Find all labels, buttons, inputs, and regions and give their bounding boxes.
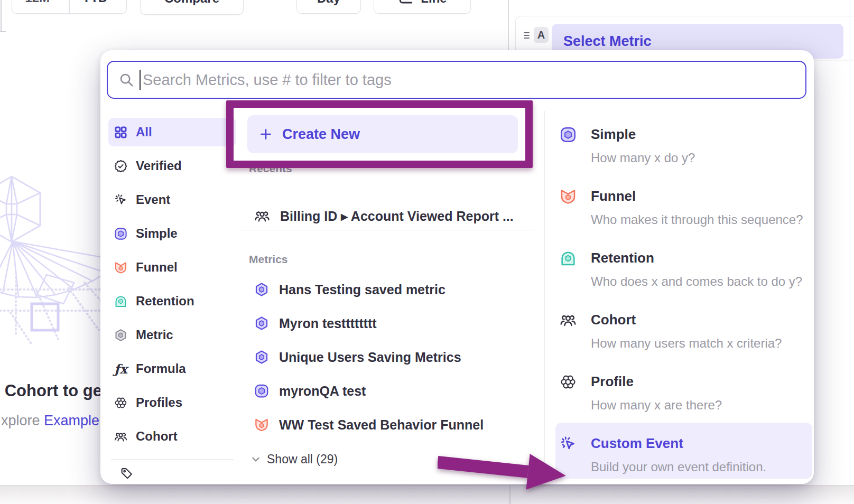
sidebar-item-formula[interactable]: ƒx Formula — [108, 354, 236, 383]
sidebar-item-label: Verified — [136, 158, 182, 173]
profiles-flower-icon — [114, 396, 128, 410]
retention-icon — [559, 249, 577, 267]
chart-type-label: Line — [421, 0, 447, 6]
sidebar-item-event[interactable]: Event — [108, 185, 236, 214]
panel-edge-line — [1, 0, 2, 32]
type-custom-event[interactable]: Custom Event — [591, 435, 683, 452]
date-range-control[interactable]: 12M YTD — [12, 0, 127, 14]
sidebar-item-cohort[interactable]: Cohort — [108, 422, 236, 451]
type-cohort-desc: How many users match x criteria? — [591, 336, 782, 351]
screen: 12M YTD Compare Day Line r Cohort — [0, 0, 854, 504]
sidebar-item-label: Cohort — [136, 429, 178, 444]
type-funnel-desc: Who makes it through this sequence? — [591, 212, 803, 227]
range-ytd-label: YTD — [82, 0, 107, 5]
metric-list-item[interactable]: WW Test Saved Behavior Funnel — [247, 411, 484, 438]
cohort-people-icon — [114, 430, 128, 444]
retention-icon — [114, 294, 128, 309]
select-metric-modal: All Verified Event Simple Funnel Retenti… — [100, 50, 814, 484]
simple-metric-icon — [559, 126, 577, 144]
recents-divider — [240, 230, 535, 230]
text-caret — [140, 70, 141, 90]
metric-item-label: WW Test Saved Behavior Funnel — [279, 417, 484, 433]
granularity-label: Day — [317, 0, 340, 6]
create-new-label: Create New — [282, 126, 360, 143]
heading-text: Cohort to ge — [5, 381, 102, 400]
sidebar-divider — [111, 459, 234, 460]
type-funnel[interactable]: Funnel — [591, 188, 636, 204]
sidebar-item-label: Formula — [136, 361, 186, 376]
sidebar-item-label: Simple — [136, 226, 178, 241]
bottom-divider-line — [509, 485, 510, 504]
compare-label: Compare — [164, 0, 219, 6]
custom-event-icon — [559, 435, 577, 453]
range-12m-label: 12M — [25, 0, 50, 5]
type-custom-event-desc: Build your own event definition. — [591, 460, 766, 474]
metric-search-box — [107, 61, 806, 99]
metric-list-item[interactable]: myronQA test — [247, 377, 366, 405]
granularity-button[interactable]: Day — [296, 0, 361, 14]
formula-fx-icon: ƒx — [114, 361, 128, 377]
type-retention[interactable]: Retention — [591, 250, 654, 266]
sidebar-item-metric[interactable]: Metric — [108, 321, 236, 349]
type-simple[interactable]: Simple — [591, 126, 636, 143]
sidebar-item-all[interactable]: All — [108, 118, 236, 146]
tag-icon — [119, 466, 134, 481]
simple-metric-icon — [254, 383, 270, 399]
range-ytd-button[interactable]: YTD — [76, 0, 126, 13]
type-profile[interactable]: Profile — [591, 374, 634, 390]
background-heading: r Cohort to ge — [0, 381, 102, 400]
metric-list-item[interactable]: Myron testttttttt — [247, 310, 377, 337]
simple-metric-icon — [114, 227, 128, 241]
segment-divider — [69, 0, 70, 13]
recent-item-row[interactable]: Billing ID ▸ Account Viewed Report ... — [247, 202, 514, 230]
verified-badge-icon — [114, 159, 128, 173]
chevron-down-icon — [112, 0, 120, 2]
metric-item-label: Myron testttttttt — [279, 316, 377, 331]
search-input[interactable] — [135, 71, 805, 89]
metric-list-item[interactable]: Unique Users Saving Metrics — [247, 343, 461, 371]
line-chart-icon — [397, 0, 414, 7]
bottom-panel-edge — [0, 485, 854, 504]
type-profile-desc: How many x are there? — [591, 398, 722, 413]
column-divider — [237, 111, 237, 481]
metric-hexagon-icon — [114, 328, 128, 342]
chevron-down-icon — [251, 454, 261, 464]
panel-divider-line — [508, 0, 509, 51]
range-12m-button[interactable]: 12M — [12, 0, 62, 13]
panel-edge-line — [0, 31, 6, 32]
sidebar-item-label: Profiles — [136, 395, 182, 410]
create-new-button[interactable]: Create New — [247, 115, 518, 153]
sidebar-item-label: Retention — [136, 294, 194, 309]
event-cursor-icon — [114, 193, 128, 207]
saved-metric-icon — [254, 315, 270, 331]
show-all-toggle[interactable]: Show all (29) — [251, 449, 338, 469]
funnel-icon — [559, 188, 577, 206]
explore-text-fragment: xplore — [1, 413, 40, 428]
sidebar-item-retention[interactable]: Retention — [108, 287, 236, 315]
sidebar-item-profiles[interactable]: Profiles — [108, 388, 236, 417]
saved-metric-icon — [254, 349, 270, 365]
sidebar-item-label: Event — [136, 192, 170, 207]
drag-handle-icon[interactable] — [522, 30, 533, 41]
chart-type-button[interactable]: Line — [374, 0, 471, 14]
metric-list-item[interactable]: Hans Testing saved metric — [247, 276, 445, 303]
sidebar-item-simple[interactable]: Simple — [108, 219, 236, 248]
series-badge: A — [534, 27, 549, 43]
type-retention-desc: Who does x and comes back to do y? — [591, 274, 802, 289]
search-icon — [118, 72, 134, 88]
series-letter: A — [537, 29, 545, 41]
grid-icon — [114, 125, 128, 139]
sidebar-item-verified[interactable]: Verified — [108, 152, 236, 180]
column-divider — [544, 111, 545, 481]
cohort-people-icon — [559, 311, 577, 329]
sidebar-item-funnel[interactable]: Funnel — [108, 253, 236, 282]
wireframe-illustration — [0, 174, 106, 349]
plus-icon — [259, 127, 273, 141]
saved-metric-icon — [254, 282, 270, 297]
type-simple-desc: How many x do y? — [591, 151, 695, 165]
funnel-icon — [254, 417, 270, 433]
sidebar-item-label: Metric — [136, 328, 173, 342]
compare-button[interactable]: Compare — [140, 0, 244, 15]
type-cohort[interactable]: Cohort — [591, 312, 636, 328]
profiles-flower-icon — [559, 373, 577, 391]
